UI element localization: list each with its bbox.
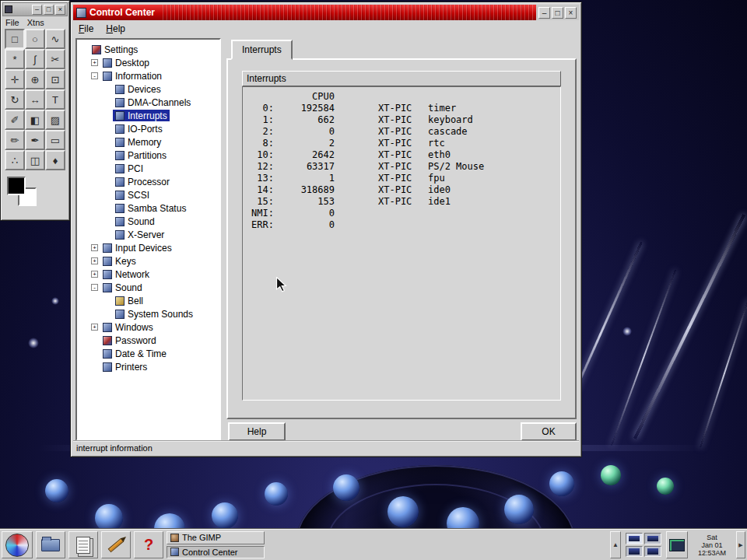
tree-item-memory[interactable]: Memory bbox=[77, 135, 219, 149]
gimp-window-icon bbox=[5, 5, 12, 13]
tree-item-desktop[interactable]: +Desktop bbox=[77, 56, 219, 69]
memory-icon bbox=[115, 138, 124, 147]
rect-select-tool[interactable]: □ bbox=[5, 29, 25, 49]
light-streak bbox=[700, 299, 747, 448]
up-arrow-icon: ▲ bbox=[612, 541, 619, 548]
tree-item-pci[interactable]: PCI bbox=[77, 162, 219, 175]
tree-item-partitions[interactable]: Partitions bbox=[77, 149, 219, 162]
documents-button[interactable] bbox=[68, 531, 98, 558]
ellipse-select-tool[interactable]: ○ bbox=[25, 29, 45, 49]
paintbrush-tool[interactable]: ✒ bbox=[25, 130, 45, 150]
gimp-titlebar[interactable]: – □ × bbox=[2, 2, 68, 16]
tree-item-input-devices[interactable]: +Input Devices bbox=[77, 241, 219, 254]
gimp-menu-file[interactable]: File bbox=[5, 18, 19, 27]
expander-icon[interactable]: + bbox=[91, 244, 98, 251]
tab-interrupts[interactable]: Interrupts bbox=[231, 40, 293, 60]
tree-item-scsi[interactable]: SCSI bbox=[77, 188, 219, 201]
pager-desktop-3[interactable] bbox=[626, 546, 643, 558]
tree-item-processor[interactable]: Processor bbox=[77, 175, 219, 188]
maximize-button[interactable]: □ bbox=[44, 5, 54, 15]
task-control-center[interactable]: Control Center bbox=[167, 546, 265, 559]
pager-desktop-4[interactable] bbox=[644, 546, 661, 558]
tree-item-windows[interactable]: +Windows bbox=[77, 320, 219, 334]
foreground-color-swatch[interactable] bbox=[7, 177, 26, 195]
home-folder-button[interactable] bbox=[36, 531, 65, 558]
expander-icon[interactable]: + bbox=[91, 324, 98, 331]
gimp-menu-xtns[interactable]: Xtns bbox=[27, 18, 44, 27]
blend-tool[interactable]: ▨ bbox=[45, 110, 65, 130]
flip-tool[interactable]: ↔ bbox=[25, 89, 45, 110]
tree-item-password[interactable]: Password bbox=[77, 334, 219, 347]
interrupt-row: ERR:0 bbox=[247, 219, 556, 231]
k-menu-button[interactable] bbox=[2, 531, 33, 558]
maximize-button[interactable]: □ bbox=[552, 7, 563, 19]
tree-item-sound[interactable]: -Sound bbox=[77, 281, 219, 294]
clock-date: Jan 01 bbox=[701, 541, 722, 549]
tree-item-dma-channels[interactable]: DMA-Channels bbox=[77, 96, 219, 109]
titlebar[interactable]: Control Center – □ × bbox=[73, 5, 579, 20]
tree-item-io-ports[interactable]: IO-Ports bbox=[77, 122, 219, 135]
tree-item-network[interactable]: +Network bbox=[77, 268, 219, 281]
close-button[interactable]: × bbox=[565, 7, 577, 19]
folder-icon bbox=[41, 539, 60, 551]
text-tool[interactable]: T bbox=[45, 89, 65, 110]
expander-icon[interactable]: - bbox=[91, 72, 98, 79]
scissors-tool[interactable]: ✂ bbox=[45, 49, 65, 69]
expander-icon[interactable]: + bbox=[91, 59, 98, 66]
interrupt-row: 14:318689XT-PICide0 bbox=[247, 184, 556, 196]
tree-item-keys[interactable]: +Keys bbox=[77, 254, 219, 268]
fuzzy-select-tool[interactable]: * bbox=[5, 49, 25, 69]
close-button[interactable]: × bbox=[55, 5, 65, 15]
airbrush-tool[interactable]: ∴ bbox=[5, 150, 25, 170]
move-tool[interactable]: ✛ bbox=[5, 69, 25, 89]
minimize-button[interactable]: – bbox=[538, 7, 550, 19]
magnify-tool[interactable]: ⊕ bbox=[25, 69, 45, 89]
expander-icon[interactable]: + bbox=[91, 271, 98, 278]
interrupts-list-header[interactable]: Interrupts bbox=[242, 71, 561, 86]
password-icon bbox=[103, 336, 112, 345]
panel-hide-button[interactable]: ▶ bbox=[736, 531, 745, 558]
pager-desktop-1[interactable] bbox=[626, 533, 643, 544]
tree-item-information[interactable]: -Information bbox=[77, 69, 219, 82]
pager-desktop-2[interactable] bbox=[644, 533, 661, 544]
sound-info-icon bbox=[115, 217, 124, 226]
tree-item-x-server[interactable]: X-Server bbox=[77, 228, 219, 241]
tree-item-settings[interactable]: Settings bbox=[77, 43, 219, 56]
interrupt-row: 15:153XT-PICide1 bbox=[247, 196, 556, 208]
help-button[interactable]: Help bbox=[228, 422, 286, 441]
color-picker-tool[interactable]: ✐ bbox=[5, 110, 25, 130]
tree-item-bell[interactable]: Bell bbox=[77, 294, 219, 307]
ok-button[interactable]: OK bbox=[521, 422, 577, 441]
transform-tool[interactable]: ↻ bbox=[5, 89, 25, 110]
tree-item-date-time[interactable]: Date & Time bbox=[77, 347, 219, 360]
bezier-select-tool[interactable]: ∫ bbox=[25, 49, 45, 69]
clock-time: 12:53AM bbox=[698, 549, 726, 557]
editor-button[interactable] bbox=[101, 531, 131, 558]
expander-icon[interactable]: - bbox=[91, 284, 98, 291]
desktop-orb bbox=[333, 474, 359, 501]
light-flare bbox=[51, 297, 59, 305]
tree-item-sound-info[interactable]: Sound bbox=[77, 215, 219, 228]
minimize-button[interactable]: – bbox=[32, 5, 42, 15]
system-tray-button[interactable] bbox=[666, 531, 688, 558]
expander-icon[interactable]: + bbox=[91, 257, 98, 264]
taskbar-clock[interactable]: Sat Jan 01 12:53AM bbox=[691, 531, 733, 558]
bucket-fill-tool[interactable]: ◧ bbox=[25, 110, 45, 130]
free-select-tool[interactable]: ∿ bbox=[45, 29, 65, 49]
panel-up-arrow-button[interactable]: ▲ bbox=[610, 531, 621, 558]
tree-item-printers[interactable]: Printers bbox=[77, 360, 219, 373]
tree-item-samba-status[interactable]: Samba Status bbox=[77, 201, 219, 215]
convolve-tool[interactable]: ♦ bbox=[45, 150, 65, 170]
clone-tool[interactable]: ◫ bbox=[25, 150, 45, 170]
crop-tool[interactable]: ⊡ bbox=[45, 69, 65, 89]
menu-file[interactable]: File bbox=[79, 23, 93, 34]
pencil-tool[interactable]: ✏ bbox=[5, 130, 25, 150]
color-swatch-area bbox=[1, 173, 69, 214]
task-the-gimp[interactable]: The GIMP bbox=[167, 531, 265, 544]
menu-help[interactable]: Help bbox=[106, 23, 125, 34]
tree-item-interrupts[interactable]: Interrupts bbox=[77, 109, 219, 122]
tree-item-system-sounds[interactable]: System Sounds bbox=[77, 307, 219, 320]
help-launcher-button[interactable]: ? bbox=[134, 531, 163, 558]
tree-item-devices[interactable]: Devices bbox=[77, 82, 219, 96]
eraser-tool[interactable]: ▭ bbox=[45, 130, 65, 150]
